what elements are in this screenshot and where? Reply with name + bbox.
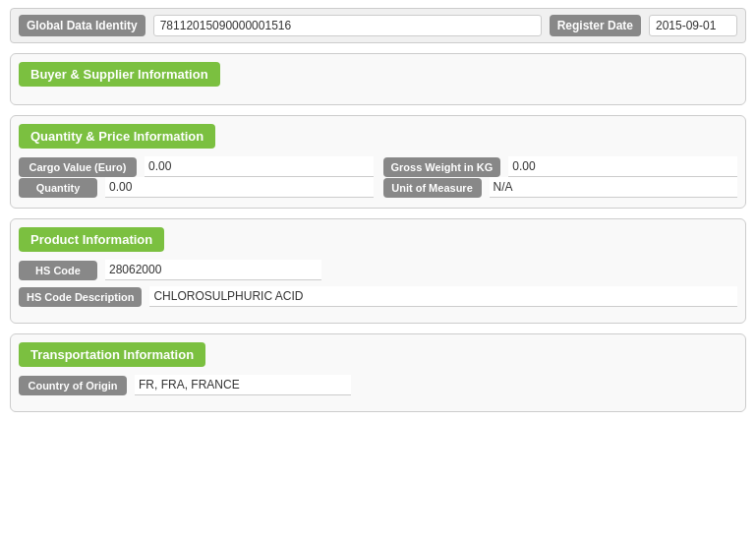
hs-desc-row: HS Code Description CHLOROSULPHURIC ACID	[19, 286, 737, 307]
gdi-label: Global Data Identity	[19, 15, 145, 36]
hs-desc-label: HS Code Description	[19, 287, 142, 307]
country-label: Country of Origin	[19, 376, 127, 395]
uom-group: Unit of Measure N/A	[383, 177, 738, 198]
gross-group: Gross Weight in KG 0.00	[383, 156, 738, 177]
product-header: Product Information	[19, 227, 164, 252]
quantity-group: Quantity 0.00	[19, 177, 374, 198]
quantity-value: 0.00	[105, 177, 374, 198]
page-wrapper: Global Data Identity 7811201509000000151…	[0, 0, 756, 430]
country-row: Country of Origin FR, FRA, FRANCE	[19, 375, 737, 395]
hs-desc-value: CHLOROSULPHURIC ACID	[149, 286, 737, 307]
product-section: Product Information HS Code 28062000 HS …	[10, 218, 746, 324]
country-value: FR, FRA, FRANCE	[135, 375, 351, 395]
cargo-value: 0.00	[145, 156, 374, 177]
buyer-supplier-header: Buyer & Supplier Information	[19, 62, 220, 87]
quantity-uom-row: Quantity 0.00 Unit of Measure N/A	[19, 177, 737, 198]
cargo-gross-row: Cargo Value (Euro) 0.00 Gross Weight in …	[19, 156, 737, 177]
hs-code-value: 28062000	[105, 260, 321, 280]
hs-code-row: HS Code 28062000	[19, 260, 737, 280]
uom-label: Unit of Measure	[383, 178, 482, 198]
transportation-header: Transportation Information	[19, 342, 205, 367]
transportation-section: Transportation Information Country of Or…	[10, 333, 746, 412]
cargo-label: Cargo Value (Euro)	[19, 157, 137, 177]
buyer-supplier-section: Buyer & Supplier Information	[10, 53, 746, 105]
gross-value: 0.00	[508, 156, 737, 177]
quantity-price-header: Quantity & Price Information	[19, 124, 215, 149]
gross-label: Gross Weight in KG	[383, 157, 501, 177]
quantity-label: Quantity	[19, 178, 97, 198]
cargo-group: Cargo Value (Euro) 0.00	[19, 156, 374, 177]
uom-value: N/A	[490, 177, 738, 198]
hs-code-label: HS Code	[19, 261, 97, 280]
gdi-value: 78112015090000001516	[153, 15, 542, 36]
quantity-price-section: Quantity & Price Information Cargo Value…	[10, 115, 746, 209]
register-date-label: Register Date	[550, 15, 641, 36]
register-date-value: 2015-09-01	[649, 15, 737, 36]
top-bar: Global Data Identity 7811201509000000151…	[10, 8, 746, 43]
